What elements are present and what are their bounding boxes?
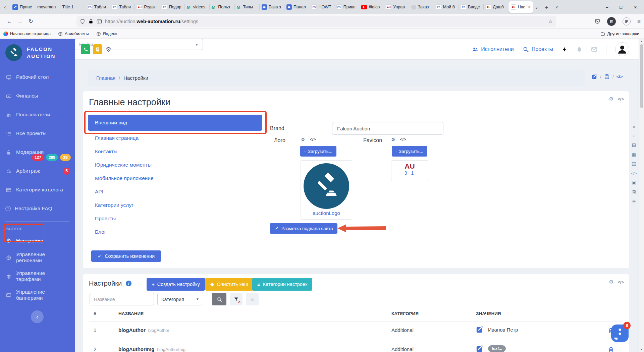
search-dropdown-caret-icon[interactable]: ▼	[195, 43, 199, 47]
browser-tab[interactable]: AUДашб	[483, 1, 508, 13]
bookmark-star-icon[interactable]: ☆	[548, 18, 553, 24]
settings-tab-link[interactable]: Категории услуг	[88, 198, 262, 212]
phone-button[interactable]	[81, 44, 90, 54]
card2-gears-icon[interactable]: ⚙	[609, 279, 613, 285]
info-icon[interactable]: i	[126, 281, 131, 286]
browser-tab[interactable]: База з	[259, 1, 284, 13]
permissions-icon[interactable]	[97, 19, 102, 24]
package-icon[interactable]: ▣	[632, 180, 636, 185]
browser-tab[interactable]: movemen	[35, 1, 60, 13]
sidebar-item[interactable]: ⚙Настройки	[0, 233, 75, 248]
window-close-button[interactable]: ✕	[634, 5, 637, 10]
projects-link[interactable]: Проекты	[523, 46, 553, 53]
browser-tab[interactable]: Заказ	[409, 1, 434, 13]
favicon-gears-icon[interactable]: ⚙	[391, 137, 395, 142]
browser-tab[interactable]: FSТабли	[85, 1, 110, 13]
logo-gears-icon[interactable]: ⚙	[301, 137, 305, 142]
document-button[interactable]	[93, 44, 102, 54]
browser-tab[interactable]: FSВведе	[459, 1, 483, 13]
new-tab-button[interactable]: +	[545, 4, 548, 10]
browser-tab[interactable]: FSМой б	[434, 1, 459, 13]
forward-button[interactable]: →	[15, 18, 25, 24]
pocket-icon[interactable]	[594, 18, 600, 24]
snowflake-icon[interactable]: ✳	[632, 198, 636, 204]
url-bar[interactable]: https://auction.web-automation.ru/settin…	[76, 16, 556, 27]
window-icon[interactable]: ⊞	[632, 142, 636, 148]
gears-icon[interactable]: ⚙	[106, 46, 111, 53]
settings-tab-link[interactable]: Главная страница	[88, 131, 262, 145]
browser-tab[interactable]: FSHOWT	[309, 1, 334, 13]
code-icon[interactable]: </>	[631, 170, 637, 176]
favicon-upload-button[interactable]: Загрузить...	[392, 146, 427, 157]
browser-menu-icon[interactable]: ≡	[637, 18, 641, 25]
sidebar-item[interactable]: Все проекты	[0, 124, 75, 143]
sidebar-item[interactable]: Управление баннерами	[0, 286, 75, 304]
name-filter-input[interactable]	[90, 293, 154, 305]
browser-tab[interactable]: MПольз	[209, 1, 234, 13]
app-logo[interactable]: FALCONAUCTION	[5, 42, 69, 64]
favicon-caption-link[interactable]: 3 1	[391, 170, 428, 176]
settings-tab-link[interactable]: Блог	[88, 225, 262, 239]
performers-link[interactable]: Исполнители	[472, 46, 514, 53]
settings-tab-link[interactable]: Проекты	[88, 212, 262, 225]
create-setting-button[interactable]: +Создать настройку	[147, 278, 205, 291]
tab-appearance[interactable]: Внешний вид	[88, 115, 262, 131]
browser-tab[interactable]: FSПодар	[160, 1, 184, 13]
footer-markup-button[interactable]: Разметка подвала сайта	[270, 223, 337, 234]
extension-e-icon[interactable]: E	[607, 17, 616, 26]
user-avatar[interactable]	[615, 42, 629, 56]
tracking-shield-icon[interactable]	[80, 19, 85, 24]
sidebar-item[interactable]: ?Настройка FAQ	[0, 199, 75, 218]
bookmark-item[interactable]: Яндекс	[96, 32, 117, 36]
setting-categories-button[interactable]: ≡Категории настроек	[252, 278, 312, 291]
window-maximize-button[interactable]: □	[620, 5, 622, 10]
card2-code-icon[interactable]: </>	[618, 280, 624, 285]
category-select[interactable]: Категория▼	[157, 293, 203, 305]
card-gears-icon[interactable]: ⚙	[609, 96, 613, 102]
sidebar-item[interactable]: Управление регионами	[0, 248, 75, 267]
sidebar-item[interactable]: Управление тарифами	[0, 267, 75, 286]
browser-tab[interactable]: Приве	[10, 1, 35, 13]
edit-value-button[interactable]	[476, 345, 483, 352]
edit-value-button[interactable]	[476, 326, 483, 333]
chat-widget-button[interactable]: 8	[611, 325, 629, 342]
sidebar-item[interactable]: ⚖Арбитраж5	[0, 162, 75, 180]
sidebar-item[interactable]: Финансы	[0, 86, 75, 105]
browser-tab[interactable]: AUРедак	[135, 1, 159, 13]
back-button[interactable]: ←	[4, 18, 15, 24]
clear-filter-button[interactable]: ✕	[230, 293, 243, 305]
settings-tab-link[interactable]: Юридические моменты	[88, 158, 262, 172]
browser-tab[interactable]: Панел	[284, 1, 309, 13]
scroll-down-icon[interactable]: ▼	[639, 348, 644, 351]
list-tabs-icon[interactable]: ∨	[555, 5, 558, 9]
database-icon[interactable]	[604, 74, 610, 79]
delete-row-button[interactable]	[608, 346, 614, 352]
sidebar-item[interactable]: Пользователи	[0, 105, 75, 124]
other-bookmarks[interactable]: Другие закладки	[600, 32, 639, 36]
collapse-panel-icon[interactable]: «	[633, 123, 635, 129]
browser-tab[interactable]: MТипы	[234, 1, 259, 13]
bookmark-item[interactable]: Авиабилеты	[58, 32, 89, 36]
settings-tab-link[interactable]: Мобильное приложение	[88, 172, 262, 185]
brand-input[interactable]	[332, 122, 443, 135]
browser-tab[interactable]: FSПриве	[334, 1, 359, 13]
logo-caption-link[interactable]: auctionLogo	[301, 210, 352, 216]
sidebar-bottom-button[interactable]	[14, 348, 74, 352]
file-icon[interactable]: ▤	[632, 161, 636, 167]
browser-tab[interactable]: Mvideos	[184, 1, 209, 13]
code-icon[interactable]: </>	[616, 74, 623, 79]
window-minimize-button[interactable]: –	[606, 5, 608, 10]
bookmark-item[interactable]: Начальная страница	[3, 32, 51, 36]
scrollbar-thumb[interactable]	[640, 44, 643, 108]
reload-button[interactable]: ↻	[25, 18, 36, 24]
sidebar-collapse-button[interactable]: ‹	[31, 310, 44, 323]
trash-icon[interactable]	[632, 189, 637, 195]
bolt-icon[interactable]	[562, 46, 568, 53]
table-icon[interactable]: ▦	[632, 152, 636, 157]
page-scrollbar[interactable]: ▲ ▼	[639, 39, 644, 352]
sidebar-item[interactable]: Категории каталога	[0, 180, 75, 199]
notifications-bell-icon[interactable]	[576, 46, 582, 53]
favicon-code-icon[interactable]: </>	[400, 137, 406, 142]
clear-cache-button[interactable]: ◆Очистить кеш	[205, 278, 253, 291]
tab-scroll-right-icon[interactable]: ›	[536, 4, 538, 10]
